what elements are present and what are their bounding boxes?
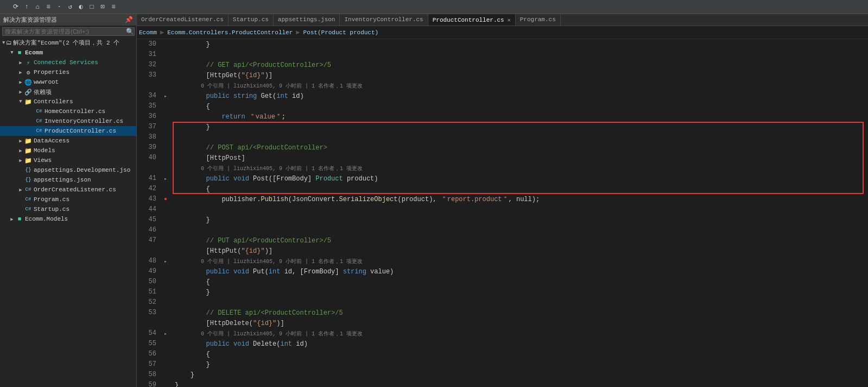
ecomm-icon: ■: [15, 48, 24, 57]
startup-label: Startup.cs: [34, 206, 69, 213]
code-line-58: }: [170, 380, 868, 387]
wwwroot-icon: 🌐: [24, 78, 33, 86]
ordercreatedlistener-icon: C#: [24, 185, 33, 194]
appsettings-dev-label: appsettings.Development.jso: [34, 167, 130, 173]
views-label: Views: [34, 157, 52, 164]
toolbar-btn-home[interactable]: ⌂: [33, 2, 42, 12]
wwwroot-label: wwwroot: [34, 79, 59, 85]
sidebar-header: 解决方案资源管理器 📌: [0, 14, 136, 26]
tab-productcontroller-label: ProductController.cs: [433, 17, 504, 23]
search-icon[interactable]: 🔍: [126, 28, 134, 36]
program-label: Program.cs: [34, 196, 69, 203]
homecontroller-icon: C#: [35, 107, 43, 116]
appsettings-icon: {}: [24, 176, 33, 184]
sidebar-pin-icon[interactable]: 📌: [125, 16, 133, 24]
toolbar-btn-menu2[interactable]: ≡: [109, 2, 118, 12]
breadcrumb-namespace[interactable]: Ecomm.Controllers.ProductController: [167, 29, 293, 36]
models-label: Models: [34, 147, 55, 154]
code-line-46: [170, 225, 868, 235]
tree-item-dataaccess[interactable]: ▶ 📁 DataAccess: [0, 136, 136, 146]
homecontroller-label: HomeController.cs: [45, 108, 105, 115]
tab-ordercreatedlistener[interactable]: OrderCreatedListener.cs: [137, 14, 229, 26]
line-numbers-col: 30 31 32 33 34 35 36 37 38 39 40 41 42 4…: [137, 39, 161, 387]
toolbar-btn-undo[interactable]: ↺: [65, 2, 75, 12]
code-line-50: }: [170, 287, 868, 297]
tree: ▼ ■ Ecomm ▶ ⚡ Connected Services ▶ ⚙ Pro…: [0, 48, 136, 387]
breadcrumb-method[interactable]: Post(Product product): [303, 29, 379, 36]
properties-arrow: ▶: [17, 70, 24, 76]
breadcrumb-sep1: ▶: [160, 28, 164, 36]
inventorycontroller-icon: C#: [35, 117, 43, 126]
code-editor: 30 31 32 33 34 35 36 37 38 39 40 41 42 4…: [137, 39, 868, 387]
code-line-31: [170, 49, 868, 60]
inventorycontroller-label: InventoryController.cs: [45, 118, 123, 124]
connected-services-icon: ⚡: [24, 58, 33, 67]
tree-item-wwwroot[interactable]: ▶ 🌐 wwwroot: [0, 77, 136, 87]
code-line-32: // GET api/<ProductController>/5: [170, 60, 868, 70]
controllers-icon: 📁: [24, 97, 33, 106]
tab-productcontroller[interactable]: ProductController.cs ✕: [428, 14, 516, 26]
sidebar-search-bar: 🔍: [0, 26, 136, 38]
sidebar-header-title: 解决方案资源管理器: [3, 16, 57, 24]
controllers-label: Controllers: [34, 98, 73, 105]
tab-appsettings[interactable]: appsettings.json: [274, 14, 340, 26]
ecomm-models-icon: ■: [15, 215, 24, 223]
solution-collapse-icon[interactable]: ▼: [2, 40, 5, 46]
code-line-55: {: [170, 349, 868, 359]
solution-explorer: 解决方案资源管理器 📌 🔍 ▼ 🗂 解决方案"Ecomm"(2 个项目，共 2 …: [0, 14, 137, 387]
tab-appsettings-label: appsettings.json: [278, 16, 335, 23]
tab-productcontroller-close[interactable]: ✕: [508, 17, 511, 23]
code-line-46-comment: // PUT api/<ProductController>/5: [170, 235, 868, 246]
tree-item-appsettings[interactable]: {} appsettings.json: [0, 175, 136, 185]
code-content[interactable]: } // GET api/<ProductController>/5 [Http…: [170, 39, 868, 387]
tree-item-views[interactable]: ▶ 📁 Views: [0, 155, 136, 165]
code-line-48: public void Put(int id, [FromBody] strin…: [170, 266, 868, 277]
breadcrumb-project[interactable]: Ecomm: [139, 29, 157, 36]
tree-item-homecontroller[interactable]: C# HomeController.cs: [0, 107, 136, 116]
dataaccess-label: DataAccess: [34, 138, 69, 144]
code-line-39: // POST api/<ProductController>: [170, 142, 868, 153]
deps-icon: 🔗: [24, 88, 33, 96]
tree-item-deps[interactable]: ▶ 🔗 依赖项: [0, 87, 136, 97]
deps-label: 依赖项: [34, 88, 52, 96]
tree-item-connected-services[interactable]: ▶ ⚡ Connected Services: [0, 58, 136, 67]
toolbar-btn-dot[interactable]: ·: [54, 2, 64, 12]
ecomm-models-label: Ecomm.Models: [25, 216, 68, 222]
tree-item-models[interactable]: ▶ 📁 Models: [0, 146, 136, 155]
tree-item-ordercreatedlistener[interactable]: ▶ C# OrderCreatedListener.cs: [0, 185, 136, 195]
tree-item-inventorycontroller[interactable]: C# InventoryController.cs: [0, 116, 136, 126]
tree-item-productcontroller[interactable]: C# ProductController.cs: [0, 126, 136, 136]
tree-item-program[interactable]: C# Program.cs: [0, 195, 136, 204]
appsettings-label: appsettings.json: [34, 177, 91, 183]
wwwroot-arrow: ▶: [17, 79, 24, 85]
search-input[interactable]: [2, 27, 135, 36]
tree-item-appsettings-dev[interactable]: {} appsettings.Development.jso: [0, 165, 136, 175]
code-line-40: [HttpPost]: [170, 153, 868, 163]
toolbar-btn-menu1[interactable]: ≡: [43, 2, 53, 12]
code-line-44: [170, 204, 868, 215]
dataaccess-icon: 📁: [24, 136, 33, 145]
properties-icon: ⚙: [24, 68, 33, 77]
toolbar-btn-grid[interactable]: ⊡: [98, 2, 107, 12]
tree-item-properties[interactable]: ▶ ⚙ Properties: [0, 67, 136, 77]
code-line-42: {: [170, 184, 868, 194]
tree-item-controllers[interactable]: ▼ 📁 Controllers: [0, 97, 136, 107]
tree-item-ecomm[interactable]: ▼ ■ Ecomm: [0, 48, 136, 58]
toolbar-icons: ⟳ ↑ ⌂ ≡ · ↺ ◐ □ ⊡ ≡: [11, 2, 118, 12]
tab-program[interactable]: Program.cs: [516, 14, 561, 26]
toolbar-btn-square[interactable]: □: [87, 2, 97, 12]
tree-item-startup[interactable]: C# Startup.cs: [0, 204, 136, 214]
solution-title-bar: ▼ 🗂 解决方案"Ecomm"(2 个项目，共 2 个: [0, 38, 136, 48]
toolbar-btn-circle[interactable]: ◐: [76, 2, 86, 12]
code-line-37: }: [170, 122, 868, 132]
toolbar-btn-sync[interactable]: ⟳: [11, 2, 21, 12]
code-line-49: {: [170, 277, 868, 287]
tree-item-ecomm-models[interactable]: ▶ ■ Ecomm.Models: [0, 214, 136, 224]
tab-startup[interactable]: Startup.cs: [229, 14, 274, 26]
tab-inventorycontroller[interactable]: InventoryController.cs: [340, 14, 428, 26]
toolbar-btn-up[interactable]: ↑: [22, 2, 31, 12]
editor-nav: Ecomm ▶ Ecomm.Controllers.ProductControl…: [137, 26, 868, 39]
ecomm-label: Ecomm: [25, 49, 43, 56]
views-icon: 📁: [24, 156, 33, 165]
code-line-53-info: 0 个引用 | liuzhixin405, 9 小时前 | 1 名作者，1 项更…: [170, 328, 868, 339]
